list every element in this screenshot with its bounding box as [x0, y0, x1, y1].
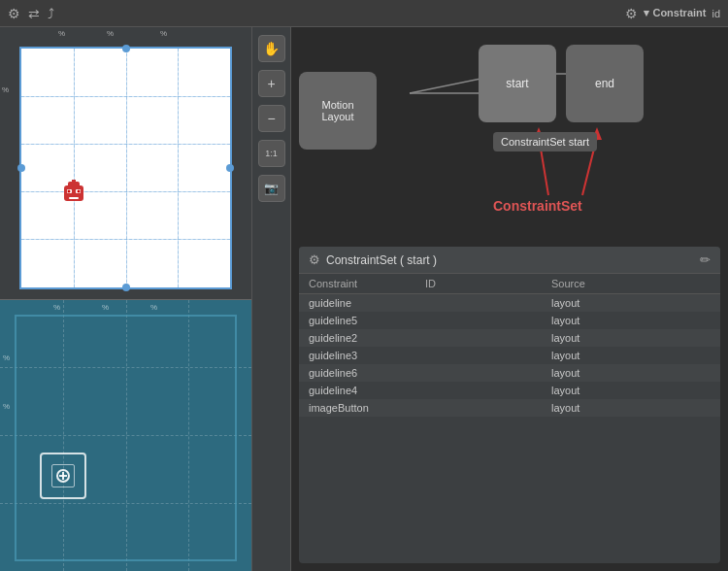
constraint-set-main-label: ConstraintSet	[493, 198, 582, 214]
pct-b-top-1: %	[53, 303, 60, 312]
grid-bv2	[126, 300, 127, 572]
svg-point-6	[67, 190, 70, 193]
toolbar-icon-1[interactable]: ⚙	[8, 6, 20, 21]
grid-v3	[178, 49, 179, 287]
grid-v1	[74, 49, 75, 287]
constraint-set-tooltip: ConstraintSet start	[493, 132, 597, 151]
top-canvas[interactable]: % % % %	[0, 27, 251, 300]
col-header-id: ID	[425, 278, 551, 289]
handle-left[interactable]	[17, 164, 25, 172]
table-body: guideline layout guideline5 layout guide…	[299, 294, 720, 563]
pct-top-3: %	[160, 29, 167, 38]
col-header-constraint: Constraint	[309, 278, 425, 289]
toolbar-icon-2[interactable]: ⇄	[28, 6, 40, 21]
pct-left-1: %	[2, 85, 9, 94]
table-row[interactable]: guideline2 layout	[299, 329, 720, 347]
edit-icon[interactable]: ✏	[700, 252, 711, 267]
start-box[interactable]: start	[479, 45, 556, 122]
grid-h3	[21, 191, 230, 192]
motion-layout-node[interactable]: Motion Layout	[299, 52, 377, 150]
table-row[interactable]: guideline4 layout	[299, 382, 720, 399]
grid-bv1	[63, 300, 64, 572]
plus-icon: +	[267, 76, 275, 91]
grid-h4	[21, 239, 230, 240]
end-node[interactable]: end	[566, 45, 644, 122]
ratio-tool-button[interactable]: 1:1	[258, 140, 285, 167]
constraint-id: id	[711, 8, 720, 19]
table-columns: Constraint ID Source	[299, 274, 720, 294]
canvas-white	[19, 47, 232, 289]
toolbar-right: ⚙ ▾ Constraint id	[625, 6, 720, 21]
end-box[interactable]: end	[566, 45, 644, 122]
table-header-title: ConstraintSet ( start )	[326, 253, 437, 267]
grid-v2	[126, 49, 127, 287]
motion-layout-label: Motion Layout	[321, 99, 353, 122]
pct-top-2: %	[107, 29, 114, 38]
minus-icon: −	[267, 111, 275, 126]
row-constraint-0: guideline	[309, 297, 425, 309]
pct-b-top-2: %	[102, 303, 109, 312]
row-constraint-3: guideline3	[309, 350, 425, 361]
plus-tool-button[interactable]: +	[258, 70, 285, 97]
handle-bottom[interactable]	[122, 284, 130, 291]
camera-tool-button[interactable]: 📷	[258, 175, 285, 202]
robot-widget[interactable]	[58, 176, 89, 207]
hand-icon: ✋	[263, 41, 280, 56]
table-row[interactable]: guideline6 layout	[299, 364, 720, 382]
toolbar-icon-settings[interactable]: ⚙	[625, 6, 638, 21]
grid-h2	[21, 144, 230, 145]
selected-widget-box[interactable]	[40, 453, 86, 499]
table-row[interactable]: imageButton layout	[299, 399, 720, 417]
table-header-bar: ⚙ ConstraintSet ( start ) ✏	[299, 247, 720, 274]
start-node[interactable]: start	[479, 45, 556, 122]
motion-layout-box[interactable]: Motion Layout	[299, 72, 377, 150]
camera-icon: 📷	[264, 182, 279, 195]
row-constraint-5: guideline4	[309, 385, 425, 396]
top-toolbar: ⚙ ⇄ ⤴ ⚙ ▾ Constraint id	[0, 0, 728, 27]
handle-top[interactable]	[122, 45, 130, 52]
crosshair	[56, 469, 70, 483]
row-source-3: layout	[551, 350, 579, 361]
row-constraint-1: guideline5	[309, 315, 425, 326]
table-row[interactable]: guideline layout	[299, 294, 720, 312]
grid-h1	[21, 96, 230, 97]
graph-area: Motion Layout start end ConstraintSet st…	[299, 35, 720, 239]
pct-b-left-2: %	[3, 402, 10, 411]
constraint-set-text: ConstraintSet	[493, 198, 582, 214]
hand-tool-button[interactable]: ✋	[258, 35, 285, 62]
end-label: end	[595, 77, 614, 90]
row-source-0: layout	[551, 297, 579, 309]
minus-tool-button[interactable]: −	[258, 105, 285, 132]
constraint-label: ▾ Constraint	[644, 7, 706, 19]
ratio-label: 1:1	[265, 149, 278, 158]
row-source-6: layout	[551, 402, 579, 414]
svg-rect-2	[72, 180, 76, 184]
table-row[interactable]: guideline5 layout	[299, 312, 720, 329]
right-panel: Motion Layout start end ConstraintSet st…	[291, 27, 728, 571]
row-constraint-4: guideline6	[309, 367, 425, 379]
row-constraint-6: imageButton	[309, 402, 425, 414]
tool-panel: ✋ + − 1:1 📷	[252, 27, 291, 571]
constraint-set-tooltip-text: ConstraintSet start	[501, 136, 589, 148]
pct-b-left-1: %	[3, 353, 10, 362]
row-source-2: layout	[551, 332, 579, 344]
row-source-4: layout	[551, 367, 579, 379]
col-header-source: Source	[551, 278, 585, 289]
table-row[interactable]: guideline3 layout	[299, 347, 720, 364]
bottom-canvas[interactable]: % % % % %	[0, 300, 251, 572]
pct-top-1: %	[58, 29, 65, 38]
main-content: % % % % % % % % %	[0, 27, 728, 571]
row-source-5: layout	[551, 385, 579, 396]
toolbar-icon-3[interactable]: ⤴	[48, 6, 54, 21]
row-source-1: layout	[551, 315, 579, 326]
svg-rect-5	[69, 197, 79, 199]
row-constraint-2: guideline2	[309, 332, 425, 344]
handle-right[interactable]	[226, 164, 234, 172]
bottom-section: ⚙ ConstraintSet ( start ) ✏ Constraint I…	[299, 247, 720, 563]
svg-point-7	[77, 190, 80, 193]
pct-b-top-3: %	[150, 303, 157, 312]
grid-bv3	[188, 300, 189, 572]
start-label: start	[506, 77, 528, 90]
left-panel: % % % % % % % % %	[0, 27, 252, 571]
constraint-set-icon: ⚙	[309, 252, 320, 267]
